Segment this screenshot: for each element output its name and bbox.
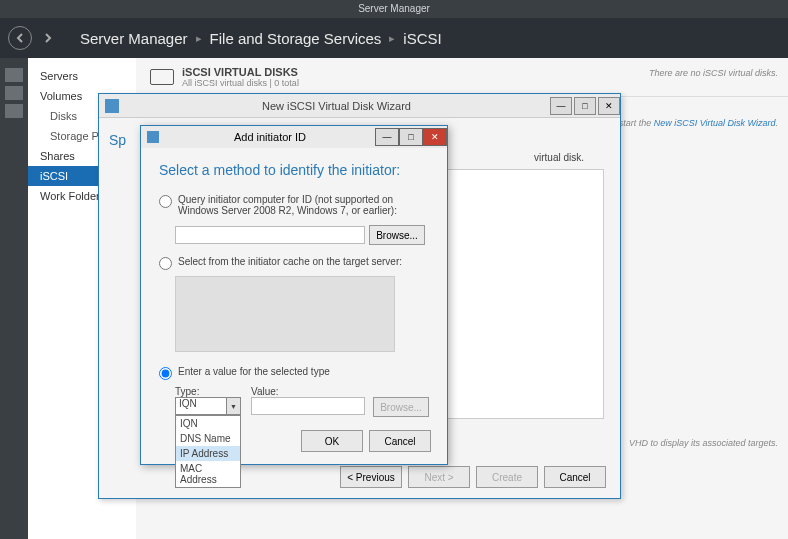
query-input[interactable] bbox=[175, 226, 365, 244]
app-icon bbox=[147, 131, 159, 143]
new-wizard-link[interactable]: New iSCSI Virtual Disk Wizard bbox=[654, 118, 776, 128]
create-button[interactable]: Create bbox=[476, 466, 538, 488]
dashboard-icon[interactable] bbox=[5, 68, 23, 82]
targets-hint: VHD to display its associated targets. bbox=[629, 438, 778, 448]
dropdown-option-dns[interactable]: DNS Name bbox=[176, 431, 240, 446]
dropdown-option-mac[interactable]: MAC Address bbox=[176, 461, 240, 487]
dialog-titlebar[interactable]: Add initiator ID — □ ✕ bbox=[141, 126, 447, 148]
header-bar: Server Manager ▸ File and Storage Servic… bbox=[0, 18, 788, 58]
breadcrumb-leaf[interactable]: iSCSI bbox=[403, 30, 441, 47]
chevron-down-icon[interactable]: ▼ bbox=[226, 398, 240, 414]
wizard-titlebar[interactable]: New iSCSI Virtual Disk Wizard — □ ✕ bbox=[99, 94, 620, 118]
app-icon bbox=[105, 99, 119, 113]
minimize-button[interactable]: — bbox=[550, 97, 572, 115]
close-button[interactable]: ✕ bbox=[423, 128, 447, 146]
type-label: Type: bbox=[175, 386, 241, 397]
dropdown-option-iqn[interactable]: IQN bbox=[176, 416, 240, 431]
maximize-button[interactable]: □ bbox=[574, 97, 596, 115]
wizard-title-text: New iSCSI Virtual Disk Wizard bbox=[125, 100, 548, 112]
back-button[interactable] bbox=[8, 26, 32, 50]
dialog-heading: Select a method to identify the initiato… bbox=[159, 162, 429, 178]
add-initiator-dialog: Add initiator ID — □ ✕ Select a method t… bbox=[140, 125, 448, 465]
breadcrumb: Server Manager ▸ File and Storage Servic… bbox=[76, 30, 446, 47]
value-input[interactable] bbox=[251, 397, 365, 415]
close-button[interactable]: ✕ bbox=[598, 97, 620, 115]
value-label: Value: bbox=[251, 386, 429, 397]
radio-query-label: Query initiator computer for ID (not sup… bbox=[178, 194, 398, 216]
storage-icon[interactable] bbox=[5, 104, 23, 118]
radio-cache[interactable] bbox=[159, 257, 172, 270]
browse-button[interactable]: Browse... bbox=[369, 225, 425, 245]
type-select[interactable]: IQN ▼ bbox=[175, 397, 241, 415]
ok-button[interactable]: OK bbox=[301, 430, 363, 452]
section-title: iSCSI VIRTUAL DISKS bbox=[182, 66, 299, 78]
servers-icon[interactable] bbox=[5, 86, 23, 100]
previous-button[interactable]: < Previous bbox=[340, 466, 402, 488]
type-selected-value: IQN bbox=[176, 398, 197, 409]
cancel-button[interactable]: Cancel bbox=[544, 466, 606, 488]
cache-listbox[interactable] bbox=[175, 276, 395, 352]
chevron-icon: ▸ bbox=[196, 32, 202, 45]
next-button[interactable]: Next > bbox=[408, 466, 470, 488]
wizard-step-title: Sp bbox=[109, 132, 126, 148]
minimize-button[interactable]: — bbox=[375, 128, 399, 146]
window-titlebar: Server Manager bbox=[0, 0, 788, 18]
no-disks-hint: There are no iSCSI virtual disks. bbox=[649, 68, 778, 78]
radio-cache-label: Select from the initiator cache on the t… bbox=[178, 256, 402, 267]
breadcrumb-root[interactable]: Server Manager bbox=[80, 30, 188, 47]
breadcrumb-mid[interactable]: File and Storage Services bbox=[210, 30, 382, 47]
section-subtitle: All iSCSI virtual disks | 0 total bbox=[182, 78, 299, 88]
wizard-hint: disk, start the New iSCSI Virtual Disk W… bbox=[598, 118, 778, 128]
left-iconbar bbox=[0, 58, 28, 539]
cancel-button[interactable]: Cancel bbox=[369, 430, 431, 452]
radio-enter-value-label: Enter a value for the selected type bbox=[178, 366, 330, 377]
chevron-icon: ▸ bbox=[389, 32, 395, 45]
disk-icon bbox=[150, 69, 174, 85]
value-browse-button[interactable]: Browse... bbox=[373, 397, 429, 417]
sidebar-item-servers[interactable]: Servers bbox=[28, 66, 136, 86]
dialog-title-text: Add initiator ID bbox=[165, 131, 375, 143]
radio-query[interactable] bbox=[159, 195, 172, 208]
type-dropdown: IQN DNS Name IP Address MAC Address bbox=[175, 415, 241, 488]
forward-button[interactable] bbox=[36, 26, 60, 50]
maximize-button[interactable]: □ bbox=[399, 128, 423, 146]
radio-enter-value[interactable] bbox=[159, 367, 172, 380]
dropdown-option-ip[interactable]: IP Address bbox=[176, 446, 240, 461]
